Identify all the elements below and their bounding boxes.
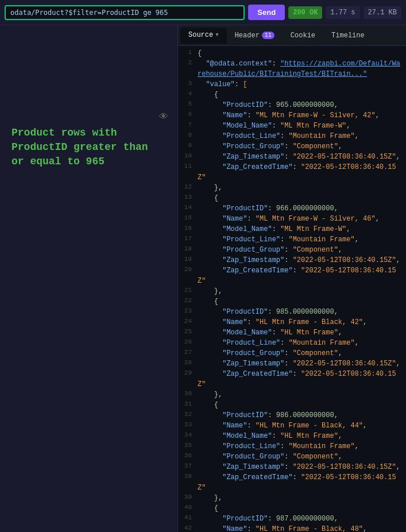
chevron-down-icon: ▼ xyxy=(215,32,218,38)
time-badge: 1.77 s xyxy=(326,6,359,19)
line-number: 28 xyxy=(180,358,198,366)
line-content: "ProductID": 987.0000000000, xyxy=(198,514,404,524)
source-viewer[interactable]: 1{2 "@odata.context": "https://zapbi.com… xyxy=(178,46,406,532)
source-line: 1{ xyxy=(178,48,406,59)
line-number: 13 xyxy=(180,193,198,201)
line-content: "Product_Group": "Component", xyxy=(198,452,404,462)
line-number: 35 xyxy=(180,441,198,449)
line-content: "Product_Line": "Mountain Frame", xyxy=(198,441,404,452)
main-content: 👁 Product rows with ProductID greater th… xyxy=(0,25,406,532)
source-line: 9 "Product_Group": "Component", xyxy=(178,141,406,152)
line-number: 40 xyxy=(180,503,198,511)
left-panel: 👁 Product rows with ProductID greater th… xyxy=(0,25,178,532)
line-number: 36 xyxy=(180,452,198,459)
line-content: "value": [ xyxy=(198,79,404,90)
line-content: { xyxy=(198,503,404,514)
description-text: Product rows with ProductID greater than… xyxy=(11,126,167,169)
line-content: "Product_Group": "Component", xyxy=(198,245,404,255)
source-line: 25 "Model_Name": "HL Mtn Frame", xyxy=(178,327,406,338)
line-number: 22 xyxy=(180,296,198,304)
source-line: 30 }, xyxy=(178,390,406,400)
tab-header[interactable]: Header 11 xyxy=(227,28,283,43)
line-content: "ProductID": 985.0000000000, xyxy=(198,307,404,317)
size-badge: 27.1 KB xyxy=(364,6,401,19)
line-number: 10 xyxy=(180,152,198,159)
line-number: 31 xyxy=(180,400,198,407)
source-line: 10 "Zap_Timestamp": "2022-05-12T08:36:40… xyxy=(178,152,406,162)
line-content: "ProductID": 966.0000000000, xyxy=(198,203,404,214)
line-content: }, xyxy=(198,183,404,193)
line-number: 23 xyxy=(180,307,198,314)
tab-timeline[interactable]: Timeline xyxy=(323,28,373,43)
line-number: 29 xyxy=(180,369,198,376)
source-line: 35 "Product_Line": "Mountain Frame", xyxy=(178,441,406,452)
line-content: }, xyxy=(198,493,404,503)
line-content: "Name": "HL Mtn Frame - Black, 44", xyxy=(198,421,404,431)
line-number: 27 xyxy=(180,348,198,356)
url-input[interactable]: odata/Product?$filter=ProductID ge 965 xyxy=(5,5,245,20)
line-number: 21 xyxy=(180,286,198,294)
line-content: "Name": "HL Mtn Frame - Black, 42", xyxy=(198,317,404,327)
line-content: }, xyxy=(198,390,404,400)
line-content: "Zap_Timestamp": "2022-05-12T08:36:40.15… xyxy=(198,462,404,472)
source-line: 19 "Zap_Timestamp": "2022-05-12T08:36:40… xyxy=(178,255,406,265)
source-line: 11 "Zap_CreatedTime": "2022-05-12T08:36:… xyxy=(178,162,406,183)
source-line: 42 "Name": "HL Mtn Frame - Black, 48", xyxy=(178,524,406,532)
source-line: 20 "Zap_CreatedTime": "2022-05-12T08:36:… xyxy=(178,265,406,286)
line-number: 41 xyxy=(180,514,198,521)
line-number: 5 xyxy=(180,100,198,107)
source-line: 2 "@odata.context": "https://zapbi.com/D… xyxy=(178,59,406,79)
line-content: "Model_Name": "ML Mtn Frame-W", xyxy=(198,224,404,234)
source-line: 29 "Zap_CreatedTime": "2022-05-12T08:36:… xyxy=(178,369,406,390)
line-content: { xyxy=(198,48,404,59)
tabs-bar: Source ▼ Header 11 Cookie Timeline xyxy=(178,25,406,46)
line-content: "Zap_CreatedTime": "2022-05-12T08:36:40.… xyxy=(198,472,404,493)
eye-icon[interactable]: 👁 xyxy=(159,111,168,122)
tab-source[interactable]: Source ▼ xyxy=(180,28,227,44)
source-line: 7 "Model_Name": "ML Mtn Frame-W", xyxy=(178,121,406,131)
source-line: 24 "Name": "HL Mtn Frame - Black, 42", xyxy=(178,317,406,327)
source-line: 13 { xyxy=(178,193,406,203)
line-content: "Name": "ML Mtn Frame-W - Silver, 42", xyxy=(198,110,404,121)
line-content: "Model_Name": "HL Mtn Frame", xyxy=(198,431,404,441)
source-line: 14 "ProductID": 966.0000000000, xyxy=(178,203,406,214)
source-line: 34 "Model_Name": "HL Mtn Frame", xyxy=(178,431,406,441)
source-line: 38 "Zap_CreatedTime": "2022-05-12T08:36:… xyxy=(178,472,406,493)
line-number: 26 xyxy=(180,338,198,345)
status-badge: 200 OK xyxy=(288,6,322,19)
source-line: 37 "Zap_Timestamp": "2022-05-12T08:36:40… xyxy=(178,462,406,472)
line-number: 8 xyxy=(180,131,198,138)
source-line: 21 }, xyxy=(178,286,406,296)
line-content: "Model_Name": "ML Mtn Frame-W", xyxy=(198,121,404,131)
source-line: 41 "ProductID": 987.0000000000, xyxy=(178,514,406,524)
line-content: "Name": "ML Mtn Frame-W - Silver, 46", xyxy=(198,214,404,224)
line-number: 4 xyxy=(180,90,198,97)
source-line: 33 "Name": "HL Mtn Frame - Black, 44", xyxy=(178,421,406,431)
tab-cookie[interactable]: Cookie xyxy=(283,28,323,43)
line-number: 24 xyxy=(180,317,198,325)
line-number: 6 xyxy=(180,110,198,118)
line-content: { xyxy=(198,296,404,307)
line-content: "Product_Line": "Mountain Frame", xyxy=(198,338,404,348)
url-text: odata/Product?$filter=ProductID ge 965 xyxy=(10,9,168,17)
line-number: 42 xyxy=(180,524,198,531)
line-number: 17 xyxy=(180,234,198,242)
line-number: 32 xyxy=(180,410,198,418)
line-number: 7 xyxy=(180,121,198,128)
send-button[interactable]: Send xyxy=(248,5,285,20)
line-number: 33 xyxy=(180,421,198,428)
source-line: 6 "Name": "ML Mtn Frame-W - Silver, 42", xyxy=(178,110,406,121)
top-bar: odata/Product?$filter=ProductID ge 965 S… xyxy=(0,0,406,25)
line-number: 16 xyxy=(180,224,198,232)
right-panel: Source ▼ Header 11 Cookie Timeline 1{2 "… xyxy=(178,25,406,532)
line-content: "Product_Line": "Mountain Frame", xyxy=(198,234,404,245)
line-content: { xyxy=(198,90,404,100)
line-number: 20 xyxy=(180,265,198,273)
line-number: 25 xyxy=(180,327,198,335)
source-line: 23 "ProductID": 985.0000000000, xyxy=(178,307,406,317)
line-content: "ProductID": 965.0000000000, xyxy=(198,100,404,110)
line-number: 34 xyxy=(180,431,198,438)
line-number: 12 xyxy=(180,183,198,190)
line-number: 14 xyxy=(180,203,198,211)
source-line: 3 "value": [ xyxy=(178,79,406,90)
